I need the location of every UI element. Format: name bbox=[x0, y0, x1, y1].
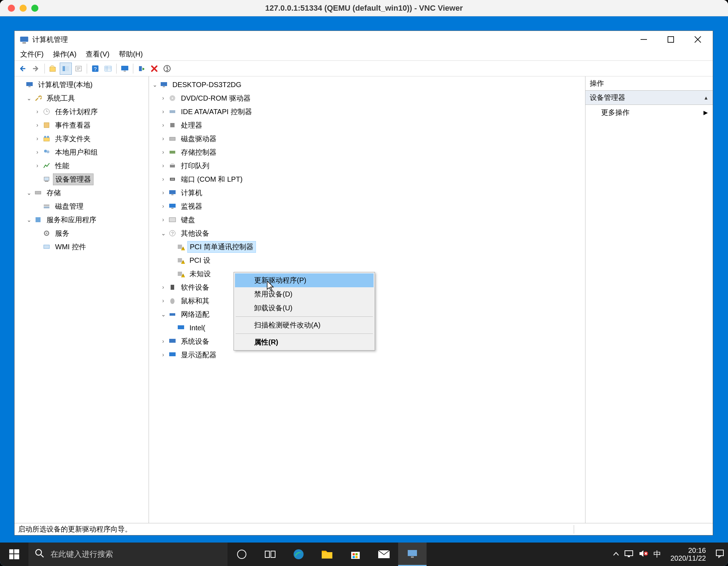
dev-other[interactable]: ⌄?其他设备 bbox=[149, 226, 585, 240]
tree-task-scheduler[interactable]: › 任务计划程序 bbox=[15, 105, 149, 118]
tree-device-manager[interactable]: › 设备管理器 bbox=[15, 172, 149, 186]
tree-services[interactable]: › 服务 bbox=[15, 226, 149, 240]
dev-monitor[interactable]: ›监视器 bbox=[149, 199, 585, 213]
chevron-right-icon[interactable]: › bbox=[159, 351, 167, 359]
tray-overflow-icon[interactable] bbox=[613, 551, 619, 557]
dev-pci-comm[interactable]: ›!PCI 简单通讯控制器 bbox=[149, 240, 585, 253]
up-level-button[interactable] bbox=[47, 63, 59, 75]
tree-storage[interactable]: ⌄ 存储 bbox=[15, 186, 149, 199]
ctx-properties[interactable]: 属性(R) bbox=[235, 335, 374, 349]
menu-action[interactable]: 操作(A) bbox=[53, 49, 77, 59]
maximize-button[interactable] bbox=[657, 31, 684, 48]
dev-keyboard[interactable]: ›键盘 bbox=[149, 213, 585, 226]
chevron-right-icon[interactable]: › bbox=[159, 107, 167, 116]
chevron-down-icon[interactable]: ⌄ bbox=[159, 229, 167, 237]
tree-shared-folders[interactable]: › 共享文件夹 bbox=[15, 132, 149, 145]
task-view-button[interactable] bbox=[256, 543, 284, 566]
tray-volume-icon[interactable] bbox=[638, 549, 648, 559]
dev-ports[interactable]: ›端口 (COM 和 LPT) bbox=[149, 172, 585, 186]
windows-desktop[interactable]: 计算机管理 文件(F) 操作(A) 查看(V) 帮助(H) bbox=[0, 16, 728, 566]
taskbar-search[interactable]: 在此键入进行搜索 bbox=[28, 543, 228, 566]
chevron-right-icon[interactable]: › bbox=[159, 94, 167, 102]
update-driver-button[interactable] bbox=[161, 63, 173, 75]
taskbar-active-compmgmt[interactable] bbox=[398, 543, 427, 566]
mac-minimize-button[interactable] bbox=[20, 5, 27, 12]
dev-cpu[interactable]: ›处理器 bbox=[149, 118, 585, 132]
start-button[interactable] bbox=[0, 543, 28, 566]
monitor-button[interactable] bbox=[119, 63, 131, 75]
window-titlebar[interactable]: 计算机管理 bbox=[15, 31, 713, 48]
view-details-button[interactable] bbox=[102, 63, 114, 75]
chevron-down-icon[interactable]: ⌄ bbox=[159, 310, 167, 319]
close-button[interactable] bbox=[684, 31, 711, 48]
chevron-right-icon[interactable]: › bbox=[159, 175, 167, 183]
chevron-right-icon[interactable]: › bbox=[159, 337, 167, 346]
tree-services-apps[interactable]: ⌄ 服务和应用程序 bbox=[15, 213, 149, 226]
tree-performance[interactable]: › 性能 bbox=[15, 159, 149, 172]
tree-local-users[interactable]: › 本地用户和组 bbox=[15, 145, 149, 159]
menu-file[interactable]: 文件(F) bbox=[20, 49, 44, 59]
minimize-button[interactable] bbox=[630, 31, 657, 48]
disable-device-button[interactable] bbox=[148, 63, 160, 75]
show-hide-tree-button[interactable] bbox=[60, 63, 72, 75]
chevron-down-icon[interactable]: ⌄ bbox=[25, 188, 33, 197]
taskbar-explorer[interactable] bbox=[313, 543, 341, 566]
chevron-right-icon[interactable]: › bbox=[159, 148, 167, 156]
forward-button[interactable] bbox=[30, 63, 42, 75]
tray-clock[interactable]: 20:16 2020/11/22 bbox=[666, 546, 710, 562]
dev-print-queue[interactable]: ›打印队列 bbox=[149, 159, 585, 172]
chevron-right-icon[interactable]: › bbox=[33, 161, 42, 170]
tree-wmi[interactable]: › WMI 控件 bbox=[15, 240, 149, 253]
chevron-right-icon[interactable]: › bbox=[33, 148, 42, 156]
mac-maximize-button[interactable] bbox=[31, 5, 38, 12]
tree-system-tools[interactable]: ⌄ 系统工具 bbox=[15, 91, 149, 105]
left-nav-pane[interactable]: ▸ 计算机管理(本地) ⌄ 系统工具 › 任务计划程序 bbox=[15, 76, 149, 523]
chevron-right-icon[interactable]: › bbox=[159, 121, 167, 129]
mac-close-button[interactable] bbox=[8, 5, 15, 12]
chevron-down-icon[interactable]: ⌄ bbox=[25, 215, 33, 224]
tree-event-viewer[interactable]: › 事件查看器 bbox=[15, 118, 149, 132]
tray-notifications-icon[interactable] bbox=[715, 549, 724, 560]
menu-view[interactable]: 查看(V) bbox=[86, 49, 109, 59]
ctx-update-driver[interactable]: 更新驱动程序(P) bbox=[235, 273, 374, 287]
dev-ide[interactable]: ›IDE ATA/ATAPI 控制器 bbox=[149, 105, 585, 118]
dev-diskdrive[interactable]: ›磁盘驱动器 bbox=[149, 132, 585, 145]
chevron-right-icon[interactable]: › bbox=[33, 121, 42, 129]
chevron-right-icon[interactable]: › bbox=[159, 202, 167, 210]
chevron-right-icon[interactable]: › bbox=[159, 188, 167, 197]
chevron-right-icon[interactable]: › bbox=[159, 215, 167, 224]
ctx-disable-device[interactable]: 禁用设备(D) bbox=[235, 287, 374, 301]
dev-storage-controller[interactable]: ›存储控制器 bbox=[149, 145, 585, 159]
dev-root[interactable]: ⌄ DESKTOP-DS3T2DG bbox=[149, 78, 585, 91]
taskbar-store[interactable] bbox=[341, 543, 370, 566]
ctx-uninstall-device[interactable]: 卸载设备(U) bbox=[235, 301, 374, 315]
chevron-right-icon[interactable]: › bbox=[159, 297, 167, 305]
cortana-button[interactable] bbox=[228, 543, 256, 566]
taskbar-edge[interactable] bbox=[284, 543, 313, 566]
tree-disk-management[interactable]: › 磁盘管理 bbox=[15, 199, 149, 213]
dev-computer[interactable]: ›计算机 bbox=[149, 186, 585, 199]
chevron-right-icon[interactable]: › bbox=[33, 134, 42, 143]
tray-ime[interactable]: 中 bbox=[653, 549, 661, 560]
actions-section[interactable]: 设备管理器 ▲ bbox=[585, 90, 713, 105]
dev-pci-device[interactable]: ›!PCI 设 bbox=[149, 253, 585, 267]
chevron-down-icon[interactable]: ⌄ bbox=[25, 94, 33, 102]
help-button[interactable]: ? bbox=[89, 63, 101, 75]
enable-device-button[interactable] bbox=[135, 63, 148, 75]
back-button[interactable] bbox=[17, 63, 30, 75]
tree-label: Intel( bbox=[187, 323, 207, 333]
chevron-right-icon[interactable]: › bbox=[159, 283, 167, 292]
collapse-caret-icon[interactable]: ▲ bbox=[703, 95, 708, 101]
chevron-right-icon[interactable]: › bbox=[159, 134, 167, 143]
tree-root[interactable]: ▸ 计算机管理(本地) bbox=[15, 78, 149, 91]
ctx-scan-hardware[interactable]: 扫描检测硬件改动(A) bbox=[235, 318, 374, 332]
taskbar-mail[interactable] bbox=[370, 543, 398, 566]
tray-network-icon[interactable] bbox=[624, 550, 633, 559]
menu-help[interactable]: 帮助(H) bbox=[119, 49, 143, 59]
dev-dvd[interactable]: ›DVD/CD-ROM 驱动器 bbox=[149, 91, 585, 105]
actions-more[interactable]: 更多操作 ▶ bbox=[585, 105, 713, 120]
chevron-right-icon[interactable]: › bbox=[159, 161, 167, 170]
chevron-right-icon[interactable]: › bbox=[33, 107, 42, 116]
chevron-down-icon[interactable]: ⌄ bbox=[150, 80, 159, 89]
properties-button[interactable] bbox=[73, 63, 85, 75]
